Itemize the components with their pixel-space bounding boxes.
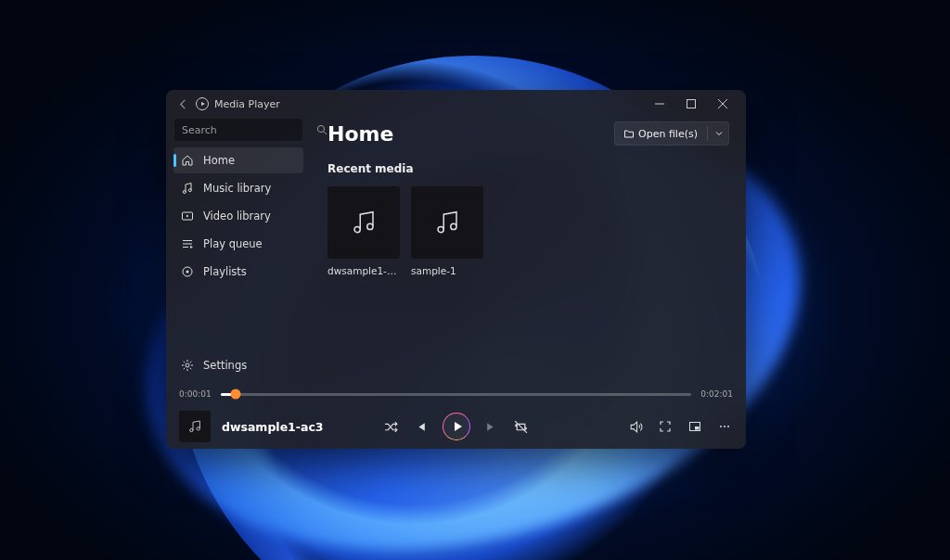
time-total: 0:02:01 <box>700 389 733 399</box>
video-icon <box>181 210 194 223</box>
main-content: Home Open file(s) Recent media dwsample1… <box>311 118 746 384</box>
recent-media-heading: Recent media <box>327 162 729 175</box>
next-button[interactable] <box>483 418 500 435</box>
shuffle-button[interactable] <box>383 418 400 435</box>
open-files-button[interactable]: Open file(s) <box>614 121 729 146</box>
play-button[interactable] <box>443 413 470 440</box>
search-box[interactable] <box>173 118 303 142</box>
music-thumb-icon <box>411 186 483 259</box>
svg-point-9 <box>367 223 373 229</box>
nav-settings[interactable]: Settings <box>173 352 303 378</box>
open-files-label: Open file(s) <box>638 128 698 140</box>
nav-label: Play queue <box>203 237 263 250</box>
svg-point-16 <box>720 426 722 427</box>
svg-point-13 <box>197 427 199 430</box>
recent-media-list: dwsample1-ac3 sample-1 <box>327 186 729 276</box>
svg-point-3 <box>188 189 191 192</box>
playlists-icon <box>181 265 194 278</box>
fullscreen-button[interactable] <box>657 418 674 435</box>
search-input[interactable] <box>182 124 316 136</box>
queue-icon <box>181 237 194 250</box>
mini-player-button[interactable] <box>687 418 703 435</box>
recent-item-label: dwsample1-ac3 <box>327 265 400 276</box>
previous-button[interactable] <box>413 418 430 435</box>
svg-point-8 <box>354 226 360 232</box>
nav-label: Video library <box>203 210 271 223</box>
svg-point-17 <box>724 426 725 427</box>
gear-icon <box>181 359 194 372</box>
nav-label: Music library <box>203 182 271 195</box>
page-title: Home <box>327 122 393 146</box>
svg-point-2 <box>183 191 186 194</box>
recent-item-label: sample-1 <box>411 265 483 276</box>
home-icon <box>181 154 194 167</box>
svg-point-7 <box>186 363 189 367</box>
nav-playlists[interactable]: Playlists <box>173 259 303 285</box>
maximize-button[interactable] <box>675 92 707 116</box>
music-icon <box>181 182 194 195</box>
nav-label: Home <box>203 154 235 167</box>
svg-point-6 <box>186 271 189 274</box>
now-playing-thumb[interactable] <box>179 411 211 442</box>
svg-point-11 <box>451 223 456 229</box>
more-button[interactable] <box>716 418 733 435</box>
seek-handle[interactable] <box>230 389 240 400</box>
close-button[interactable] <box>707 92 738 116</box>
nav-label: Settings <box>203 359 247 372</box>
nav-label: Playlists <box>203 265 247 278</box>
recent-item[interactable]: sample-1 <box>411 186 483 276</box>
svg-point-18 <box>727 426 729 427</box>
minimize-button[interactable] <box>644 92 675 116</box>
seek-bar: 0:00:01 0:02:01 <box>166 384 746 404</box>
back-button[interactable] <box>173 95 192 113</box>
svg-rect-15 <box>695 426 700 430</box>
svg-rect-0 <box>687 100 696 108</box>
nav-play-queue[interactable]: Play queue <box>173 231 303 257</box>
seek-track[interactable] <box>221 393 692 396</box>
app-icon <box>196 97 209 110</box>
window-title: Media Player <box>214 98 280 110</box>
volume-button[interactable] <box>627 418 644 435</box>
time-elapsed: 0:00:01 <box>179 389 212 399</box>
sidebar: Home Music library Video library Play qu… <box>166 118 311 384</box>
media-player-window: Media Player Home Music library <box>166 90 746 449</box>
now-playing-title: dwsample1-ac3 <box>222 420 324 434</box>
nav-home[interactable]: Home <box>173 147 303 173</box>
chevron-down-icon[interactable] <box>714 129 724 138</box>
player-controls: dwsample1-ac3 <box>166 404 746 449</box>
svg-point-10 <box>438 226 443 232</box>
music-thumb-icon <box>327 186 400 259</box>
nav-music-library[interactable]: Music library <box>173 175 303 201</box>
svg-point-12 <box>190 428 193 431</box>
folder-icon <box>623 128 635 139</box>
nav-video-library[interactable]: Video library <box>173 203 303 229</box>
repeat-button[interactable] <box>513 418 530 435</box>
recent-item[interactable]: dwsample1-ac3 <box>327 186 400 276</box>
titlebar: Media Player <box>166 90 746 118</box>
